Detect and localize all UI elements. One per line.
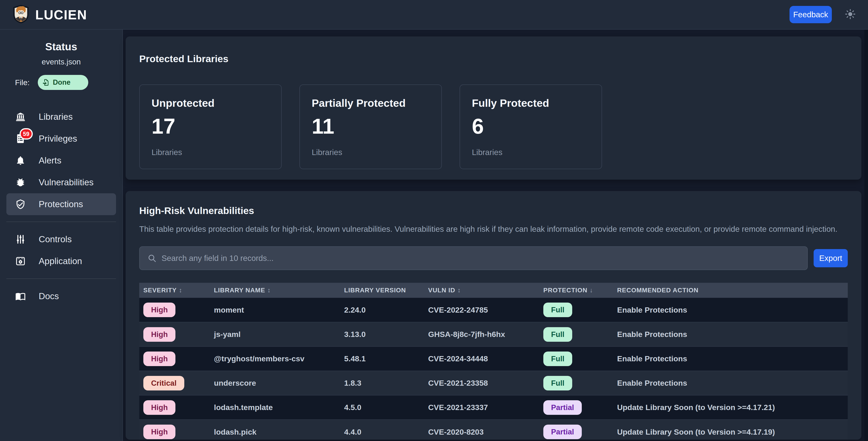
severity-cell: High [139,298,210,322]
status-title: Status [0,40,122,53]
notification-count-badge: 59 [20,128,33,140]
file-import-icon [42,79,50,86]
clipboard-icon: 59 [15,133,26,144]
protection-badge: Full [543,352,572,366]
protected-libraries-title: Protected Libraries [139,53,848,64]
high-risk-description: This table provides protection details f… [139,225,848,234]
sidebar-item-label: Alerts [39,155,61,166]
shield-check-icon [15,199,26,210]
table-row: Highlodash.template4.5.0CVE-2021-23337Pa… [139,395,848,420]
severity-cell: High [139,420,210,440]
file-status-row: File: Done [0,75,122,90]
library-version-cell: 5.48.1 [340,347,424,371]
protection-badge: Full [543,376,572,390]
sun-icon[interactable] [845,9,856,20]
file-label: File: [15,78,30,87]
main-content: Protected Libraries Unprotected 17 Libra… [123,30,868,441]
feedback-button[interactable]: Feedback [789,6,832,23]
column-label: Protection [543,287,587,294]
severity-badge: High [143,424,176,439]
sidebar-item-label: Docs [39,291,59,301]
sidebar-item-label: Vulnerabilities [39,177,94,187]
scrollbar-track[interactable] [864,30,868,441]
table-row: Criticalunderscore1.8.3CVE-2021-23358Ful… [139,371,848,395]
card-title: Unprotected [152,97,269,109]
brand-name: LUCIEN [35,7,87,22]
severity-cell: High [139,347,210,371]
library-name-cell: underscore [210,371,340,395]
high-risk-panel: High-Risk Vulnerabilities This table pro… [126,191,861,440]
recommended-action-cell: Update Library Soon (to Version >=4.17.2… [613,395,848,420]
column-header-severity[interactable]: Severity↕ [139,283,210,298]
column-label: Recommended Action [617,287,699,294]
library-version-cell: 4.5.0 [340,395,424,420]
vuln-id-cell: CVE-2021-23337 [424,395,539,420]
vuln-id-cell: GHSA-8j8c-7jfh-h6hx [424,322,539,347]
library-name-cell: lodash.template [210,395,340,420]
recommended-action-cell: Enable Protections [613,371,848,395]
sidebar-nav: Libraries59PrivilegesAlertsVulnerabiliti… [0,106,122,307]
table-row: Highjs-yaml3.13.0GHSA-8j8c-7jfh-h6hxFull… [139,322,848,347]
card-value: 11 [312,115,430,138]
column-header-protection[interactable]: Protection↓ [539,283,613,298]
protection-cell: Partial [539,420,613,440]
export-button[interactable]: Export [814,249,848,267]
card-unit: Libraries [312,148,430,157]
sidebar-item-docs[interactable]: Docs [6,285,116,307]
protection-badge: Partial [543,424,582,439]
sidebar-item-application[interactable]: Application [6,250,116,272]
sidebar-item-label: Controls [39,234,72,244]
sliders-icon [15,234,26,245]
sidebar-item-privileges[interactable]: 59Privileges [6,128,116,150]
app-root: LUCIEN Feedback Status events.json File: [0,0,868,441]
sidebar: Status events.json File: Done Libraries5… [0,30,123,441]
high-risk-title: High-Risk Vulnerabilities [139,205,848,216]
sidebar-item-protections[interactable]: Protections [6,193,116,215]
protection-cell: Full [539,298,613,322]
protected-libraries-panel: Protected Libraries Unprotected 17 Libra… [126,36,861,180]
bug-icon [15,177,26,188]
table-row: High@tryghost/members-csv5.48.1CVE-2024-… [139,347,848,371]
protection-badge: Partial [543,400,582,415]
severity-cell: Critical [139,371,210,395]
library-name-cell: lodash.pick [210,420,340,440]
table-row: Highlodash.pick4.4.0CVE-2020-8203Partial… [139,420,848,440]
recommended-action-cell: Enable Protections [613,347,848,371]
lucien-mascot-icon [12,5,29,24]
summary-card-unprotected: Unprotected 17 Libraries [139,85,282,169]
summary-cards: Unprotected 17 Libraries Partially Prote… [139,85,848,169]
column-label: Vuln ID [428,287,455,294]
library-version-cell: 1.8.3 [340,371,424,395]
column-header-library-name[interactable]: Library Name↕ [210,283,340,298]
bank-icon [15,111,26,122]
vuln-id-cell: CVE-2021-23358 [424,371,539,395]
column-label: Severity [143,287,177,294]
sidebar-item-alerts[interactable]: Alerts [6,150,116,171]
severity-cell: High [139,395,210,420]
sort-icon: ↕ [267,287,271,294]
sidebar-item-label: Protections [39,199,83,209]
recommended-action-cell: Update Library Soon (to Version >=4.17.1… [613,420,848,440]
sidebar-item-vulnerabilities[interactable]: Vulnerabilities [6,171,116,193]
recommended-action-cell: Enable Protections [613,298,848,322]
table-row: Highmoment2.24.0CVE-2022-24785FullEnable… [139,298,848,322]
summary-card-partially-protected: Partially Protected 11 Libraries [300,85,442,169]
card-value: 6 [472,115,590,138]
severity-badge: High [143,327,176,342]
severity-badge: Critical [143,376,184,390]
severity-badge: High [143,400,176,415]
search-input[interactable] [161,254,800,263]
protection-badge: Full [543,327,572,342]
library-name-cell: @tryghost/members-csv [210,347,340,371]
sidebar-item-controls[interactable]: Controls [6,228,116,250]
library-version-cell: 4.4.0 [340,420,424,440]
card-unit: Libraries [472,148,590,157]
sidebar-item-label: Privileges [39,134,77,144]
vuln-id-cell: CVE-2024-34448 [424,347,539,371]
column-label: Library Version [344,287,406,294]
card-unit: Libraries [152,148,269,157]
sidebar-item-libraries[interactable]: Libraries [6,106,116,128]
card-title: Partially Protected [312,97,430,109]
column-header-vuln-id[interactable]: Vuln ID↕ [424,283,539,298]
severity-badge: High [143,352,176,366]
